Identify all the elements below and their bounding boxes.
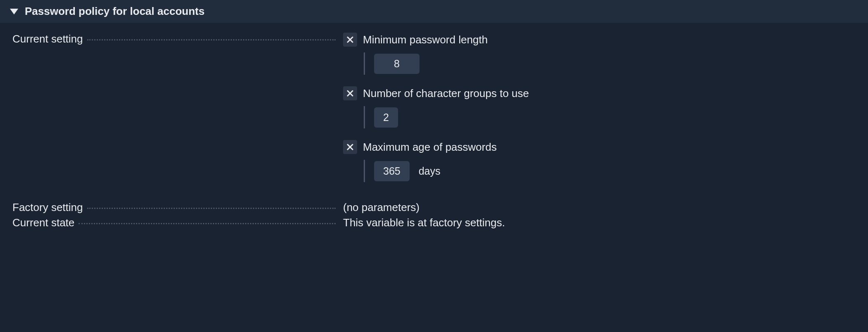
current-setting-row: Current setting Minimum password length … [12,33,856,199]
factory-setting-label: Factory setting [12,201,87,214]
current-setting-label-col: Current setting [12,33,343,45]
min-length-value[interactable]: 8 [374,54,420,74]
max-age-value[interactable]: 365 [374,161,410,181]
close-icon[interactable] [343,86,357,100]
char-groups-value[interactable]: 2 [374,107,398,128]
setting-title: Number of character groups to use [363,87,529,100]
setting-header: Number of character groups to use [343,86,856,100]
current-setting-label: Current setting [12,33,87,45]
setting-header: Minimum password length [343,33,856,47]
vertical-bar [364,52,365,75]
max-age-unit: days [419,165,441,177]
setting-value-row: 8 [364,52,856,75]
setting-value-row: 365 days [364,160,856,182]
setting-item-char-groups: Number of character groups to use 2 [343,86,856,128]
current-setting-value-col: Minimum password length 8 Number of char… [343,33,856,199]
close-icon[interactable] [343,33,357,47]
setting-header: Maximum age of passwords [343,140,856,154]
close-icon[interactable] [343,140,357,154]
factory-setting-value-col: (no parameters) [343,201,856,214]
current-state-label: Current state [12,216,79,229]
setting-title: Minimum password length [363,33,488,46]
setting-item-max-age: Maximum age of passwords 365 days [343,140,856,182]
dots-leader [87,39,336,40]
section-title: Password policy for local accounts [25,5,205,18]
collapse-triangle-icon [10,9,18,14]
dots-leader [87,208,336,209]
vertical-bar [364,106,365,128]
current-state-value: This variable is at factory settings. [343,216,505,229]
section-header[interactable]: Password policy for local accounts [0,0,868,23]
setting-item-min-length: Minimum password length 8 [343,33,856,75]
setting-value-row: 2 [364,106,856,128]
factory-setting-label-col: Factory setting [12,201,343,214]
dots-leader [79,223,336,224]
current-state-value-col: This variable is at factory settings. [343,216,856,229]
section-content: Current setting Minimum password length … [0,23,868,244]
vertical-bar [364,160,365,182]
setting-title: Maximum age of passwords [363,141,497,154]
current-state-row: Current state This variable is at factor… [12,216,856,229]
factory-setting-row: Factory setting (no parameters) [12,201,856,214]
factory-setting-value: (no parameters) [343,201,420,213]
current-state-label-col: Current state [12,216,343,229]
